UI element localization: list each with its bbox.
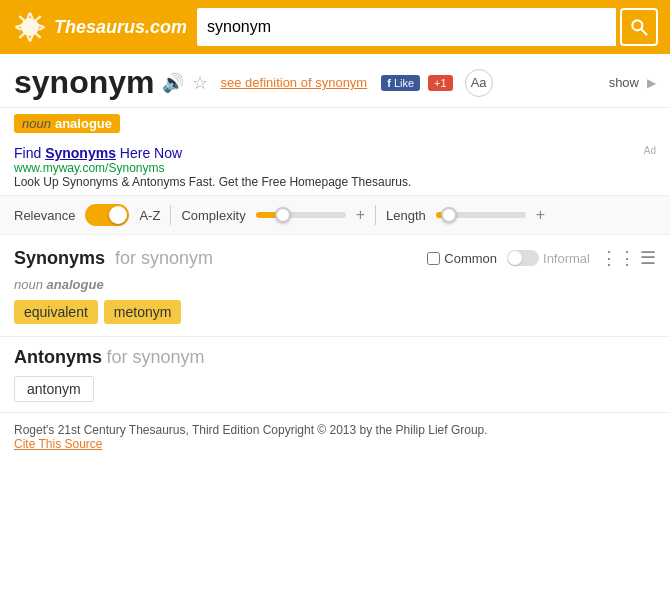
noun-text: noun <box>14 277 43 292</box>
pos-area: noun analogue <box>0 108 670 139</box>
svg-line-14 <box>641 29 646 34</box>
length-plus-icon: + <box>536 206 545 224</box>
header: Thesaurus.com <box>0 0 670 54</box>
font-size-button[interactable]: Aa <box>465 69 493 97</box>
synonym-tag[interactable]: metonym <box>104 300 182 324</box>
informal-toggle[interactable]: Informal <box>507 250 590 266</box>
logo-text: Thesaurus.com <box>54 17 187 38</box>
relevance-toggle[interactable] <box>85 204 129 226</box>
search-icon <box>629 17 649 37</box>
fb-icon: f <box>387 77 391 89</box>
pos-word: analogue <box>55 116 112 131</box>
ad-desc: Look Up Synonyms & Antonyms Fast. Get th… <box>14 175 656 189</box>
ad-synonyms: Synonyms <box>45 145 116 161</box>
title-area: synonym 🔊 ☆ see definition of synonym f … <box>0 54 670 108</box>
footer-text: Roget's 21st Century Thesaurus, Third Ed… <box>14 423 656 437</box>
ctrl-separator-1 <box>170 205 171 225</box>
search-input[interactable] <box>197 8 616 46</box>
audio-icon[interactable]: 🔊 <box>162 72 184 94</box>
common-label: Common <box>444 251 497 266</box>
view-icons: ⋮⋮ ☰ <box>600 247 656 269</box>
svg-line-2 <box>30 13 33 19</box>
az-label: A-Z <box>139 208 160 223</box>
length-label: Length <box>386 208 426 223</box>
list-view-icon[interactable]: ☰ <box>640 247 656 269</box>
svg-line-8 <box>39 27 44 30</box>
synonym-noun-word: analogue <box>47 277 104 292</box>
fb-label: Like <box>394 77 414 89</box>
toggle-track <box>85 204 129 226</box>
gp-label: +1 <box>434 77 447 89</box>
common-checkbox[interactable] <box>427 252 440 265</box>
synonyms-section: Synonyms for synonym Common Informal ⋮⋮ … <box>0 235 670 336</box>
word-title: synonym <box>14 64 154 101</box>
google-plus-button[interactable]: +1 <box>428 75 453 91</box>
svg-line-9 <box>19 33 24 38</box>
informal-label: Informal <box>543 251 590 266</box>
columns-view-icon[interactable]: ⋮⋮ <box>600 247 636 269</box>
cite-source-link[interactable]: Cite This Source <box>14 437 102 451</box>
see-definition-link[interactable]: see definition of synonym <box>220 75 367 90</box>
complexity-slider[interactable] <box>256 212 346 218</box>
antonyms-subtitle: for synonym <box>106 347 204 367</box>
ctrl-separator-2 <box>375 205 376 225</box>
complexity-label: Complexity <box>181 208 245 223</box>
ad-area: Ad Find Synonyms Here Now www.myway.com/… <box>0 139 670 195</box>
logo-icon <box>12 9 48 45</box>
svg-line-10 <box>35 33 40 38</box>
complexity-knob <box>275 207 291 223</box>
pos-label: noun <box>22 116 51 131</box>
logo-area: Thesaurus.com <box>12 9 187 45</box>
controls-bar: Relevance A-Z Complexity + Length + <box>0 195 670 235</box>
toggle-knob <box>109 206 127 224</box>
length-slider[interactable] <box>436 212 526 218</box>
see-def-word: synonym <box>315 75 367 90</box>
synonyms-title: Synonyms <box>14 248 105 269</box>
synonym-tags-container: equivalentmetonym <box>14 300 656 324</box>
length-track <box>436 212 526 218</box>
facebook-like-button[interactable]: f Like <box>381 75 420 91</box>
ad-link[interactable]: Find Synonyms Here Now <box>14 145 182 161</box>
complexity-plus-icon: + <box>356 206 365 224</box>
footer: Roget's 21st Century Thesaurus, Third Ed… <box>0 412 670 461</box>
svg-line-6 <box>35 16 40 21</box>
noun-pos-label: noun analogue <box>14 277 656 292</box>
informal-knob <box>508 251 522 265</box>
font-size-icon: Aa <box>471 75 487 90</box>
star-icon[interactable]: ☆ <box>192 72 208 94</box>
synonym-tag[interactable]: equivalent <box>14 300 98 324</box>
informal-track <box>507 250 539 266</box>
show-button[interactable]: show <box>609 75 639 90</box>
svg-line-5 <box>19 16 24 21</box>
antonym-tag[interactable]: antonym <box>14 376 94 402</box>
complexity-track <box>256 212 346 218</box>
filter-area: Common Informal ⋮⋮ ☰ <box>427 247 656 269</box>
synonyms-header: Synonyms for synonym Common Informal ⋮⋮ … <box>14 247 656 269</box>
svg-line-12 <box>30 35 33 41</box>
show-chevron-icon: ▶ <box>647 76 656 90</box>
antonyms-title: Antonyms <box>14 347 102 367</box>
see-def-prefix: see definition of <box>220 75 315 90</box>
common-checkbox-label[interactable]: Common <box>427 251 497 266</box>
ad-tag: Ad <box>644 145 656 156</box>
svg-line-4 <box>16 27 21 30</box>
search-bar <box>197 8 658 46</box>
search-button[interactable] <box>620 8 658 46</box>
synonyms-subtitle: for synonym <box>115 248 213 269</box>
ad-suffix: Here Now <box>116 145 182 161</box>
antonyms-section: Antonyms for synonym antonym <box>0 336 670 412</box>
pos-tag: noun analogue <box>14 114 120 133</box>
ad-prefix: Find <box>14 145 45 161</box>
ad-url: www.myway.com/Synonyms <box>14 161 656 175</box>
length-knob <box>441 207 457 223</box>
relevance-label: Relevance <box>14 208 75 223</box>
